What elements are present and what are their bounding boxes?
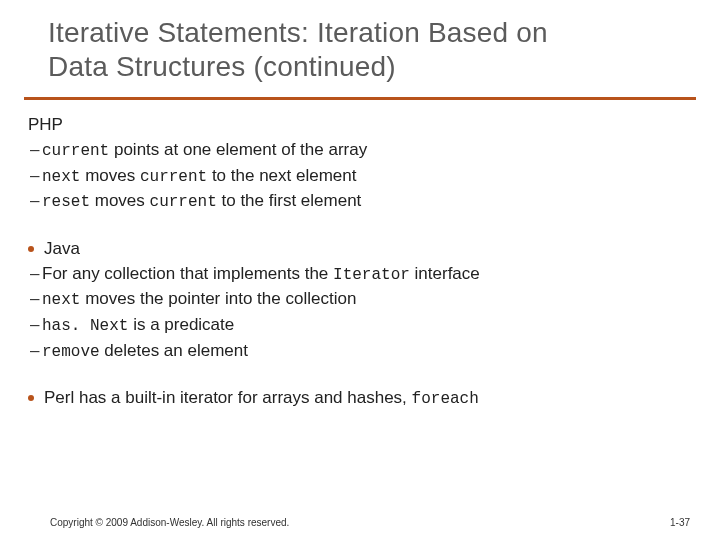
slide: Iterative Statements: Iteration Based on… xyxy=(0,0,720,540)
java-heading: Java xyxy=(44,238,692,261)
java-item-3: – has. Next is a predicate xyxy=(28,314,692,338)
java-item-4: – remove deletes an element xyxy=(28,340,692,364)
dash-icon: – xyxy=(30,139,42,162)
bullet-icon xyxy=(28,395,34,401)
php-heading: PHP xyxy=(22,114,692,137)
page-number: 1-37 xyxy=(670,517,690,528)
java-item-4-text: remove deletes an element xyxy=(42,340,692,364)
php-item-1: – current points at one element of the a… xyxy=(28,139,692,163)
text: interface xyxy=(410,264,480,283)
bullet-perl: Perl has a built-in iterator for arrays … xyxy=(28,387,692,411)
java-item-3-text: has. Next is a predicate xyxy=(42,314,692,338)
dash-icon: – xyxy=(30,288,42,311)
text: moves xyxy=(80,166,140,185)
php-item-3: – reset moves current to the first eleme… xyxy=(28,190,692,214)
php-item-2-text: next moves current to the next element xyxy=(42,165,692,189)
bullet-java: Java xyxy=(28,238,692,261)
code-remove: remove xyxy=(42,343,100,361)
body: PHP – current points at one element of t… xyxy=(0,100,720,411)
dash-icon: – xyxy=(30,263,42,286)
java-item-2: – next moves the pointer into the collec… xyxy=(28,288,692,312)
code-reset: reset xyxy=(42,193,90,211)
text: For any collection that implements the xyxy=(42,264,333,283)
java-item-1: – For any collection that implements the… xyxy=(28,263,692,287)
php-item-1-text: current points at one element of the arr… xyxy=(42,139,692,163)
code-hasnext: has. Next xyxy=(42,317,128,335)
text: is a predicate xyxy=(128,315,234,334)
code-current: current xyxy=(42,142,109,160)
dash-icon: – xyxy=(30,340,42,363)
dash-icon: – xyxy=(30,190,42,213)
bullet-icon xyxy=(28,246,34,252)
title-line-2: Data Structures (continued) xyxy=(48,51,396,82)
code-current: current xyxy=(140,168,207,186)
page-title: Iterative Statements: Iteration Based on… xyxy=(48,16,680,83)
java-item-2-text: next moves the pointer into the collecti… xyxy=(42,288,692,312)
perl-text: Perl has a built-in iterator for arrays … xyxy=(44,387,692,411)
text: moves xyxy=(90,191,150,210)
code-next: next xyxy=(42,291,80,309)
title-line-1: Iterative Statements: Iteration Based on xyxy=(48,17,548,48)
text: to the first element xyxy=(217,191,362,210)
bullet-php: PHP xyxy=(22,114,692,137)
title-block: Iterative Statements: Iteration Based on… xyxy=(0,0,720,91)
text: moves the pointer into the collection xyxy=(80,289,356,308)
text: to the next element xyxy=(207,166,356,185)
text: points at one element of the array xyxy=(109,140,367,159)
text: deletes an element xyxy=(100,341,248,360)
php-item-2: – next moves current to the next element xyxy=(28,165,692,189)
copyright: Copyright © 2009 Addison-Wesley. All rig… xyxy=(50,517,289,528)
code-next: next xyxy=(42,168,80,186)
dash-icon: – xyxy=(30,165,42,188)
text: Perl has a built-in iterator for arrays … xyxy=(44,388,412,407)
footer: Copyright © 2009 Addison-Wesley. All rig… xyxy=(50,517,690,528)
php-item-3-text: reset moves current to the first element xyxy=(42,190,692,214)
dash-icon: – xyxy=(30,314,42,337)
code-current: current xyxy=(150,193,217,211)
code-foreach: foreach xyxy=(412,390,479,408)
java-item-1-text: For any collection that implements the I… xyxy=(42,263,692,287)
code-iterator: Iterator xyxy=(333,266,410,284)
